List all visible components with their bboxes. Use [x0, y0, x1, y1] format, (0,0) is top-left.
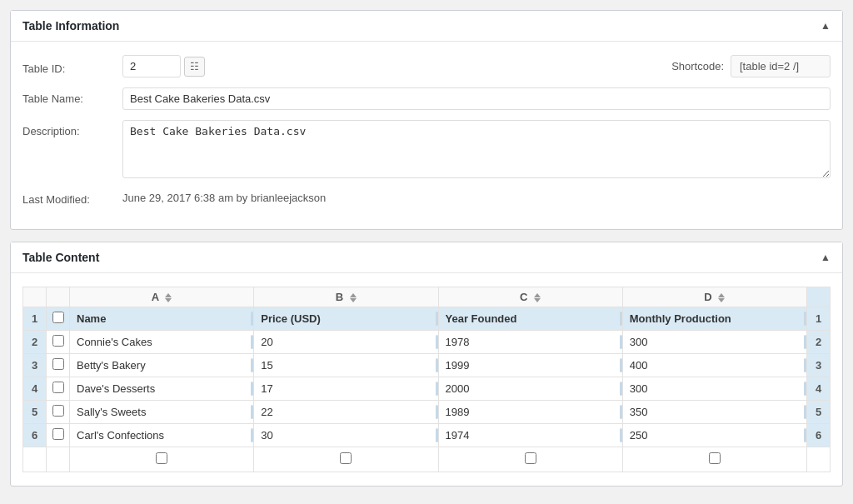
table-name-input[interactable] [122, 87, 831, 110]
row-check-2 [47, 331, 70, 354]
cell-3-c [438, 354, 622, 377]
table-info-toggle[interactable]: ▲ [821, 20, 831, 32]
footer-check-a [70, 447, 254, 472]
table-row: 4 4 [23, 377, 831, 401]
sort-down-a[interactable] [165, 298, 172, 302]
sort-btns-b[interactable] [350, 293, 357, 302]
table-id-input[interactable] [122, 55, 181, 77]
description-label: Description: [22, 120, 122, 137]
row-check-3 [47, 354, 70, 377]
row-check-4 [47, 377, 70, 401]
table-row: 3 3 [23, 354, 831, 377]
col-header-d: D [622, 287, 806, 307]
row-num-4-right: 4 [807, 377, 831, 401]
footer-checkbox-a[interactable] [156, 452, 167, 464]
row-num-6-right: 6 [807, 424, 831, 447]
cell-6-b [254, 424, 438, 447]
table-content-panel: Table Content ▲ A [10, 242, 843, 487]
cell-6-c [438, 424, 622, 447]
table-name-row: Table Name: [22, 87, 831, 110]
row-num-5: 5 [23, 401, 47, 424]
cell-5-b [254, 401, 438, 424]
header-input-production[interactable] [623, 307, 806, 330]
cell-input-4-d[interactable] [623, 377, 806, 400]
cell-input-3-b[interactable] [254, 354, 437, 377]
sort-btns-c[interactable] [534, 293, 541, 302]
cell-input-5-a[interactable] [70, 401, 253, 423]
description-input[interactable]: Best Cake Bakeries Data.csv [122, 120, 831, 178]
cell-input-2-c[interactable] [439, 331, 622, 353]
shortcode-value[interactable]: [table id=2 /] [731, 55, 831, 77]
row-num-4: 4 [23, 377, 47, 401]
cell-2-a [70, 331, 254, 354]
footer-checkbox-c[interactable] [525, 452, 536, 464]
table-id-input-group: ☷ [122, 55, 205, 77]
last-modified-row: Last Modified: June 29, 2017 6:38 am by … [22, 188, 831, 206]
cell-input-5-b[interactable] [254, 401, 437, 423]
header-input-year[interactable] [439, 307, 622, 330]
table-wrapper: A B [22, 287, 831, 472]
table-info-header: Table Information ▲ [11, 11, 842, 42]
cell-2-b [254, 331, 438, 354]
table-content-title: Table Content [22, 251, 99, 264]
row-num-col-header-right [807, 287, 831, 307]
row-checkbox-4[interactable] [52, 382, 64, 393]
cell-input-6-b[interactable] [254, 424, 437, 447]
table-row: 2 2 [23, 331, 831, 354]
header-input-price[interactable] [254, 307, 437, 330]
sort-btns-d[interactable] [718, 293, 725, 302]
cell-input-2-d[interactable] [623, 331, 806, 353]
cell-input-4-c[interactable] [439, 377, 622, 400]
row-num-3-right: 3 [807, 354, 831, 377]
footer-check-d [622, 447, 806, 472]
cell-4-c [438, 377, 622, 401]
footer-row [23, 447, 831, 472]
cell-input-4-b[interactable] [254, 377, 437, 400]
sort-down-c[interactable] [534, 298, 541, 302]
header-cell-price [254, 307, 438, 331]
last-modified-value: June 29, 2017 6:38 am by brianleejackson [122, 188, 326, 204]
cell-input-6-a[interactable] [70, 424, 253, 447]
row-checkbox-2[interactable] [52, 335, 64, 347]
row-checkbox-5[interactable] [52, 405, 64, 417]
cell-input-4-a[interactable] [70, 377, 253, 400]
sort-up-c[interactable] [534, 293, 541, 297]
footer-checkbox-b[interactable] [340, 452, 352, 464]
cell-input-6-c[interactable] [439, 424, 622, 447]
sort-down-d[interactable] [718, 298, 725, 302]
table-row: 5 5 [23, 401, 831, 424]
cell-input-5-d[interactable] [623, 401, 806, 423]
last-modified-label: Last Modified: [22, 188, 122, 206]
row-check-5 [47, 401, 70, 424]
table-info-title: Table Information [22, 19, 119, 32]
table-info-body: Table ID: ☷ Shortcode: [table id=2 /] Ta… [11, 42, 842, 229]
col-header-b: B [254, 287, 438, 307]
header-input-name[interactable] [70, 307, 253, 330]
table-content-toggle[interactable]: ▲ [821, 252, 831, 263]
cell-input-2-a[interactable] [70, 331, 253, 353]
description-row: Description: Best Cake Bakeries Data.csv [22, 120, 831, 178]
footer-empty-3 [807, 447, 831, 472]
sort-up-a[interactable] [165, 293, 172, 297]
col-header-row: A B [23, 287, 831, 307]
sort-up-b[interactable] [350, 293, 357, 297]
row-num-1: 1 [23, 307, 47, 331]
cell-input-3-d[interactable] [623, 354, 806, 377]
table-icon-button[interactable]: ☷ [184, 57, 205, 77]
sort-down-b[interactable] [350, 298, 357, 302]
row-checkbox-1[interactable] [52, 312, 64, 323]
cell-input-6-d[interactable] [623, 424, 806, 447]
row-num-2-right: 2 [807, 331, 831, 354]
cell-5-c [438, 401, 622, 424]
sort-btns-a[interactable] [165, 293, 172, 302]
row-checkbox-3[interactable] [52, 358, 64, 370]
cell-input-3-a[interactable] [70, 354, 253, 377]
row-num-3: 3 [23, 354, 47, 377]
cell-input-2-b[interactable] [254, 331, 437, 353]
cell-input-5-c[interactable] [439, 401, 622, 423]
sort-up-d[interactable] [718, 293, 725, 297]
cell-input-3-c[interactable] [439, 354, 622, 377]
table-info-panel: Table Information ▲ Table ID: ☷ Shortcod… [10, 10, 843, 230]
row-checkbox-6[interactable] [52, 428, 64, 440]
footer-checkbox-d[interactable] [709, 452, 721, 464]
